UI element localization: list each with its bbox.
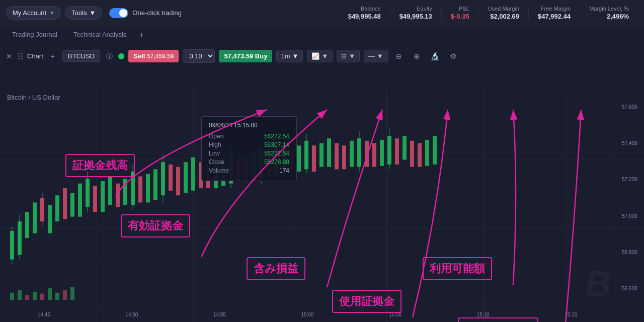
symbol-full-name: Bitcoin / US Dollar xyxy=(7,94,60,101)
indicator-icon: 📈 xyxy=(311,52,319,60)
account-button[interactable]: My Account ▼ xyxy=(6,6,61,20)
time-label-2: 14:50 xyxy=(125,312,138,317)
symbol-selector[interactable]: BTCUSD xyxy=(62,50,100,62)
tooltip-close-row: Close 56278.88 xyxy=(209,158,289,166)
tools-button[interactable]: Tools ▼ xyxy=(65,6,102,20)
metric-balance-value: $49,995.48 xyxy=(348,13,381,20)
timeframe-selector[interactable]: 1m ▼ xyxy=(276,50,303,62)
tooltip-high-label: High xyxy=(209,141,221,148)
zoom-in-button[interactable]: ⊕ xyxy=(410,49,424,63)
svg-rect-54 xyxy=(350,141,354,167)
svg-rect-58 xyxy=(372,143,376,167)
tooltip-open-label: Open xyxy=(209,133,223,140)
tooltip-open-value: 56272.54 xyxy=(264,133,289,140)
svg-rect-50 xyxy=(319,143,324,167)
svg-rect-19 xyxy=(123,179,127,205)
svg-rect-67 xyxy=(433,136,437,165)
chart-type-button[interactable]: ⊟ ▼ xyxy=(337,50,360,62)
metric-balance: Balance $49,995.48 xyxy=(339,6,390,20)
svg-rect-68 xyxy=(10,293,14,300)
svg-rect-30 xyxy=(191,157,195,191)
metric-equity-label: Equity xyxy=(417,6,432,12)
add-tab-button[interactable]: + xyxy=(134,28,148,42)
svg-rect-59 xyxy=(380,140,384,166)
metric-free-margin-label: Free Margin xyxy=(541,6,571,12)
metric-margin-level-label: Margin Level, % xyxy=(589,6,629,12)
drawing-button[interactable]: — ▼ xyxy=(364,50,388,62)
sell-price: 57,459.59 xyxy=(147,53,174,60)
time-label-7: 15:15 xyxy=(565,312,577,317)
svg-rect-66 xyxy=(425,140,429,166)
top-bar-left: My Account ▼ Tools ▼ One-click trading xyxy=(6,6,182,20)
info-icon[interactable]: ⓘ xyxy=(104,51,114,61)
symbol-value: BTCUSD xyxy=(68,52,95,60)
screenshot-button[interactable]: 🔬 xyxy=(428,49,442,63)
svg-rect-17 xyxy=(108,177,112,205)
svg-rect-73 xyxy=(48,288,52,300)
svg-rect-76 xyxy=(70,287,74,299)
quantity-select[interactable]: 0.10 xyxy=(183,49,215,63)
tools-chevron-icon: ▼ xyxy=(89,9,96,17)
price-axis-label-1: 57,600 xyxy=(615,104,644,110)
svg-rect-74 xyxy=(55,293,59,300)
tooltip-open-row: Open 56272.54 xyxy=(209,133,289,140)
tab-technical-analysis-label: Technical Analysis xyxy=(73,31,127,38)
chart-body: Bitcoin / US Dollar xyxy=(0,89,644,322)
chart-type-chevron-icon: ▼ xyxy=(349,52,355,60)
metric-used-margin-label: Used Margin xyxy=(488,6,519,12)
svg-rect-4 xyxy=(25,212,29,238)
metric-used-margin: Used Margin $2,002.69 xyxy=(478,6,528,20)
timeframe-chevron-icon: ▼ xyxy=(292,52,298,60)
time-label-3: 14:55 xyxy=(213,312,226,317)
price-axis-label-5: 56,800 xyxy=(615,250,644,255)
time-label-6: 15:10 xyxy=(477,312,490,317)
chart-drag-handle[interactable] xyxy=(18,53,23,59)
svg-rect-72 xyxy=(40,294,44,300)
metrics-bar: Balance $49,995.48 Equity $49,995.13 P&L… xyxy=(339,6,638,20)
svg-rect-70 xyxy=(25,295,29,299)
svg-rect-64 xyxy=(410,141,414,167)
svg-rect-65 xyxy=(418,143,422,167)
metric-free-margin-value: $47,992.44 xyxy=(538,13,571,20)
chart-container: ✕ Chart + BTCUSD ⓘ Sell 57,459.59 0.10 5… xyxy=(0,44,644,322)
settings-button[interactable]: ⚙ xyxy=(446,49,460,63)
svg-rect-75 xyxy=(63,290,67,300)
drawing-chevron-icon: ▼ xyxy=(377,52,383,60)
tooltip-volume-label: Volume xyxy=(209,167,229,174)
svg-rect-53 xyxy=(342,145,346,169)
buy-button[interactable]: 57,473.59 Buy xyxy=(219,50,272,62)
sell-button[interactable]: Sell 57,459.59 xyxy=(128,50,179,62)
svg-rect-29 xyxy=(184,162,188,193)
tools-label: Tools xyxy=(71,9,87,17)
candlestick-chart xyxy=(0,89,614,307)
one-click-toggle-wrapper: One-click trading xyxy=(109,8,182,18)
time-label-1: 14:45 xyxy=(38,312,50,317)
annotation-shokyo-ijiritu: 証拠金維持率 xyxy=(458,317,538,322)
drawing-icon: — xyxy=(368,52,375,60)
svg-rect-24 xyxy=(153,169,157,200)
buy-price: 57,473.59 xyxy=(224,52,253,60)
tab-trading-journal[interactable]: Trading Journal xyxy=(4,26,65,44)
svg-rect-18 xyxy=(116,184,120,207)
chart-close-button[interactable]: ✕ xyxy=(4,51,14,61)
metric-margin-level-value: 2,496% xyxy=(607,13,629,20)
chart-tab-label: Chart xyxy=(27,52,43,60)
metric-equity-value: $49,995.13 xyxy=(399,13,432,20)
chart-header: ✕ Chart + BTCUSD ⓘ Sell 57,459.59 0.10 5… xyxy=(0,44,644,68)
svg-rect-10 xyxy=(63,188,67,219)
annotation-riyokano: 利用可能額 xyxy=(423,257,492,280)
tooltip-high-row: High 56307.14 xyxy=(209,141,289,148)
svg-rect-28 xyxy=(176,167,180,196)
indicator-button[interactable]: 📈 ▼ xyxy=(307,50,333,62)
annotation-shiyo-shokyo: 使用証拠金 xyxy=(332,290,401,313)
tab-technical-analysis[interactable]: Technical Analysis xyxy=(65,26,135,44)
svg-rect-5 xyxy=(33,202,37,233)
add-chart-button[interactable]: + xyxy=(47,51,58,62)
svg-rect-52 xyxy=(335,143,339,170)
svg-rect-11 xyxy=(70,193,74,217)
zoom-out-button[interactable]: ⊖ xyxy=(392,49,406,63)
tab-trading-journal-label: Trading Journal xyxy=(12,31,57,38)
one-click-toggle[interactable] xyxy=(109,8,128,18)
top-bar: My Account ▼ Tools ▼ One-click trading B… xyxy=(0,0,644,26)
annotation-yuko-shokyo: 有効証拠金 xyxy=(121,214,190,237)
